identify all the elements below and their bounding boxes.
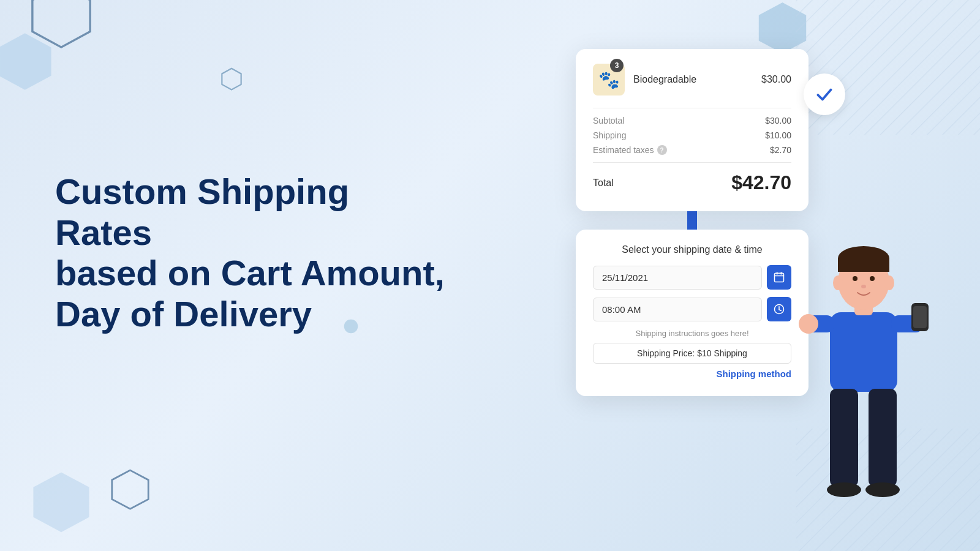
shipping-price-badge: Shipping Price: $10 Shipping (593, 343, 791, 364)
svg-point-34 (865, 482, 900, 497)
taxes-label: Estimated taxes ? (593, 145, 667, 155)
svg-rect-31 (830, 389, 858, 487)
svg-rect-32 (869, 389, 897, 487)
time-input-row (593, 297, 791, 321)
divider-2 (593, 162, 791, 163)
svg-point-33 (827, 482, 861, 497)
shipping-date-card: Select your shipping date & time (576, 230, 809, 396)
right-panel-area: 3 🐾 Biodegradable $30.00 Subtotal $30.00… (576, 49, 809, 396)
product-name: Biodegradable (633, 74, 753, 85)
svg-marker-0 (32, 0, 90, 47)
shipping-method-link[interactable]: Shipping method (593, 369, 791, 379)
card-connector (687, 211, 697, 230)
subtotal-label: Subtotal (593, 116, 624, 126)
svg-line-17 (779, 310, 781, 311)
shipping-row: Shipping $10.00 (593, 130, 791, 140)
svg-point-35 (833, 276, 843, 290)
product-price: $30.00 (761, 74, 791, 85)
date-input-row (593, 265, 791, 290)
shipping-instructions: Shipping instructions goes here! (593, 329, 791, 338)
svg-marker-6 (33, 472, 89, 532)
svg-rect-28 (891, 315, 923, 332)
svg-point-24 (870, 276, 875, 281)
total-label: Total (593, 178, 614, 189)
svg-point-21 (838, 246, 889, 271)
taxes-value: $2.70 (770, 145, 791, 155)
shipping-value: $10.00 (765, 130, 791, 140)
calendar-button[interactable] (767, 265, 791, 290)
svg-rect-29 (911, 303, 929, 331)
svg-rect-22 (838, 258, 889, 272)
svg-marker-2 (222, 69, 241, 90)
svg-point-23 (853, 276, 858, 281)
total-value: $42.70 (731, 171, 791, 194)
time-input[interactable] (593, 298, 762, 321)
svg-point-25 (861, 285, 866, 288)
product-row: 3 🐾 Biodegradable $30.00 (593, 64, 791, 96)
svg-marker-3 (759, 2, 806, 53)
svg-point-36 (884, 276, 894, 290)
svg-marker-1 (0, 33, 51, 90)
hero-content: Custom Shipping Rates based on Cart Amou… (55, 171, 453, 335)
svg-rect-19 (854, 297, 873, 315)
clock-button[interactable] (767, 297, 791, 321)
svg-rect-18 (830, 312, 897, 392)
taxes-row: Estimated taxes ? $2.70 (593, 145, 791, 155)
subtotal-row: Subtotal $30.00 (593, 116, 791, 126)
shipping-label: Shipping (593, 130, 627, 140)
person-illustration (796, 208, 931, 551)
svg-rect-11 (775, 273, 784, 282)
info-icon: ? (657, 145, 667, 155)
order-summary-card: 3 🐾 Biodegradable $30.00 Subtotal $30.00… (576, 49, 809, 211)
svg-point-20 (838, 253, 889, 310)
svg-marker-5 (112, 470, 148, 509)
hero-title: Custom Shipping Rates based on Cart Amou… (55, 171, 453, 335)
divider-1 (593, 108, 791, 108)
shipping-card-title: Select your shipping date & time (593, 244, 791, 255)
svg-rect-30 (913, 306, 927, 328)
product-badge: 3 (610, 59, 624, 72)
date-input[interactable] (593, 266, 762, 290)
check-circle (804, 73, 845, 115)
svg-rect-10 (796, 429, 980, 551)
total-row: Total $42.70 (593, 171, 791, 194)
subtotal-value: $30.00 (765, 116, 791, 126)
